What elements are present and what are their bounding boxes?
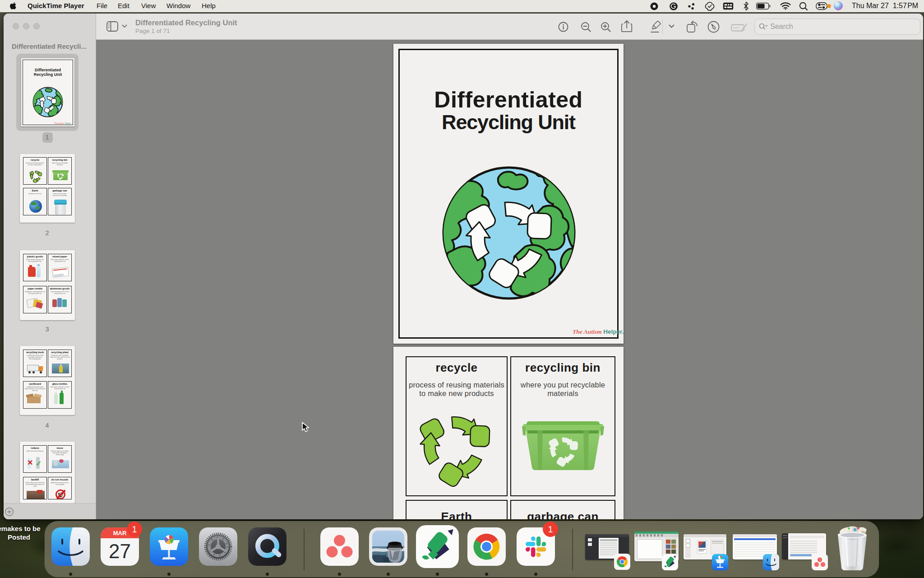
svg-text:27: 27 [109,540,131,562]
svg-text:MAR: MAR [113,530,127,536]
